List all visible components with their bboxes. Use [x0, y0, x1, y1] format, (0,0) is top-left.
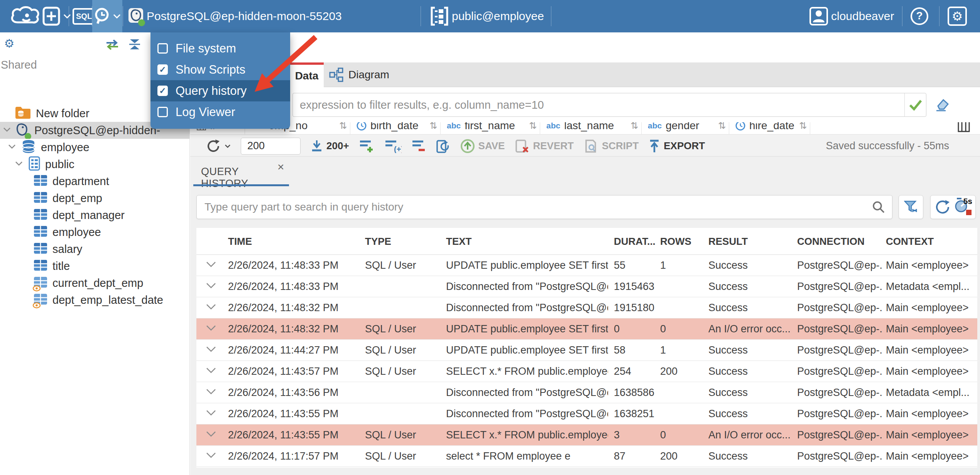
refresh-icon[interactable] — [934, 199, 951, 215]
grid-column-gender[interactable]: abcgender⇅ — [642, 122, 729, 134]
refresh-interval-label: 5s — [963, 197, 972, 206]
string-type-icon: abc — [447, 122, 461, 130]
query-history-row[interactable]: 2/26/2024, 11:44:27 PMSQL / UserUPDATE p… — [196, 340, 977, 361]
close-icon[interactable]: × — [277, 160, 284, 173]
history-column-header-durat[interactable]: DURAT... — [614, 228, 656, 255]
grid-column-birth_date[interactable]: birth_date⇅ — [350, 122, 441, 134]
menu-item-log-viewer[interactable]: Log Viewer — [150, 101, 290, 123]
sort-icon[interactable]: ⇅ — [429, 122, 437, 131]
tab-diagram[interactable]: Diagram — [324, 62, 403, 87]
sort-icon[interactable]: ⇅ — [529, 122, 537, 131]
cloudbeaver-logo-icon[interactable] — [9, 0, 41, 32]
save-button[interactable]: SAVE — [460, 139, 505, 153]
expand-row-chevron-icon[interactable] — [206, 261, 216, 268]
export-button[interactable]: EXPORT — [649, 139, 705, 153]
grid-columns-config-icon[interactable] — [957, 122, 970, 134]
apply-filter-button[interactable] — [904, 93, 926, 116]
folder-icon — [15, 106, 31, 119]
expand-chevron-icon[interactable] — [15, 161, 23, 166]
duplicate-row-button[interactable]: (+) — [385, 139, 402, 153]
auto-refresh-button[interactable] — [436, 138, 450, 154]
row-limit-input[interactable] — [241, 138, 301, 155]
history-column-header-text[interactable]: TEXT — [446, 228, 608, 255]
string-type-icon: abc — [648, 122, 662, 130]
history-column-header-result[interactable]: RESULT — [708, 228, 793, 255]
revert-button[interactable]: REVERT — [515, 139, 573, 153]
query-history-search-input[interactable] — [197, 201, 872, 213]
sync-connections-icon[interactable] — [105, 39, 120, 50]
script-button[interactable]: SCRIPT — [584, 139, 639, 153]
tree-item-department[interactable]: department — [0, 173, 190, 190]
add-row-button[interactable] — [359, 139, 375, 153]
grid-column-hire_date[interactable]: hire_date⇅ — [729, 122, 810, 134]
query-history-row[interactable]: 2/26/2024, 11:48:33 PMDisconnected from … — [196, 276, 977, 297]
tree-item-dept-emp[interactable]: dept_emp — [0, 190, 190, 207]
sort-icon[interactable]: ⇅ — [799, 122, 807, 131]
menu-item-show-scripts[interactable]: ✓ Show Scripts — [150, 59, 290, 80]
expand-row-chevron-icon[interactable] — [206, 367, 216, 374]
connection-selector[interactable]: PostgreSQL@ep-hidden-moon-55203 — [128, 0, 342, 32]
shared-section-label: Shared — [1, 59, 37, 71]
query-history-row[interactable]: 2/26/2024, 11:48:32 PMSQL / UserUPDATE p… — [196, 318, 977, 340]
query-history-row[interactable]: 2/26/2024, 11:17:57 PMSQL / Userselect *… — [196, 446, 977, 467]
expand-row-chevron-icon[interactable] — [206, 325, 216, 332]
svg-text:(+): (+) — [394, 145, 402, 153]
tree-item-dept-emp-latest-date[interactable]: dept_emp_latest_date — [0, 291, 190, 308]
schema-selector[interactable]: public@employee — [430, 0, 544, 32]
grid-column-first_name[interactable]: abcfirst_name⇅ — [441, 122, 540, 134]
tree-item-salary[interactable]: salary — [0, 241, 190, 258]
query-history-row[interactable]: 2/26/2024, 11:43:55 PMSQL / UserSELECT x… — [196, 424, 977, 446]
expand-row-chevron-icon[interactable] — [206, 346, 216, 353]
history-column-header-rows[interactable]: ROWS — [660, 228, 705, 255]
query-history-row[interactable]: 2/26/2024, 11:43:57 PMSQL / UserSELECT x… — [196, 361, 977, 382]
history-column-header-type[interactable]: TYPE — [365, 228, 442, 255]
query-history-row[interactable]: 2/26/2024, 11:43:55 PMDisconnected from … — [196, 403, 977, 424]
query-history-row[interactable]: 2/26/2024, 11:48:33 PMSQL / UserUPDATE p… — [196, 255, 977, 276]
tab-diagram-label: Diagram — [348, 69, 389, 81]
menu-item-file-system[interactable]: File system — [150, 38, 290, 59]
tab-data[interactable]: Data — [290, 62, 324, 87]
expand-row-chevron-icon[interactable] — [206, 452, 216, 459]
view-icon — [34, 276, 47, 290]
collapse-all-icon[interactable] — [128, 39, 142, 50]
tree-item-employee[interactable]: employee — [0, 224, 190, 241]
new-object-button[interactable] — [42, 0, 71, 32]
history-column-header-connection[interactable]: CONNECTION — [797, 228, 882, 255]
query-history-row[interactable]: 2/26/2024, 11:43:56 PMDisconnected from … — [196, 382, 977, 403]
expand-row-chevron-icon[interactable] — [206, 303, 216, 310]
query-history-tab[interactable]: QUERY HISTORY × — [193, 160, 286, 186]
auto-refresh-timer-button[interactable]: 5s — [955, 197, 972, 217]
query-history-row[interactable]: 2/26/2024, 11:48:32 PMDisconnected from … — [196, 297, 977, 318]
grid-column-last_name[interactable]: abclast_name⇅ — [540, 122, 642, 134]
query-history-filter-button[interactable] — [899, 195, 923, 219]
expand-row-chevron-icon[interactable] — [206, 388, 216, 395]
menu-item-query-history[interactable]: ✓ Query history — [150, 80, 290, 101]
fetch-more-button[interactable]: 200+ — [311, 140, 349, 153]
expand-row-chevron-icon[interactable] — [206, 409, 216, 416]
tree-item-employee[interactable]: employee — [0, 139, 190, 156]
expand-chevron-icon[interactable] — [3, 127, 11, 132]
tree-item-dept-manager[interactable]: dept_manager — [0, 207, 190, 224]
user-menu-button[interactable]: cloudbeaver — [809, 0, 894, 32]
expand-row-chevron-icon[interactable] — [206, 431, 216, 438]
help-button[interactable]: ? — [910, 0, 929, 32]
tree-item-title[interactable]: title — [0, 258, 190, 275]
delete-row-button[interactable] — [412, 139, 426, 153]
sort-icon[interactable]: ⇅ — [339, 122, 347, 131]
tree-item-public[interactable]: public — [0, 156, 190, 173]
refresh-results-button[interactable] — [206, 138, 231, 154]
clear-filter-eraser-icon[interactable] — [934, 97, 950, 112]
sidebar-settings-gear-icon[interactable]: ⚙ — [3, 38, 15, 50]
add-row-icon — [359, 139, 375, 153]
checkbox-icon — [157, 43, 168, 54]
tree-item-current-dept-emp[interactable]: current_dept_emp — [0, 275, 190, 291]
sort-icon[interactable]: ⇅ — [718, 122, 726, 131]
settings-button[interactable]: ⚙ — [948, 0, 967, 32]
sort-icon[interactable]: ⇅ — [630, 122, 638, 131]
expand-chevron-icon[interactable] — [8, 144, 16, 149]
expand-row-chevron-icon[interactable] — [206, 282, 216, 289]
filter-expression-input[interactable] — [293, 93, 904, 116]
tools-menu-button[interactable] — [92, 0, 122, 32]
history-column-header-time[interactable]: TIME — [228, 228, 359, 255]
history-column-header-context[interactable]: CONTEXT — [886, 228, 975, 255]
